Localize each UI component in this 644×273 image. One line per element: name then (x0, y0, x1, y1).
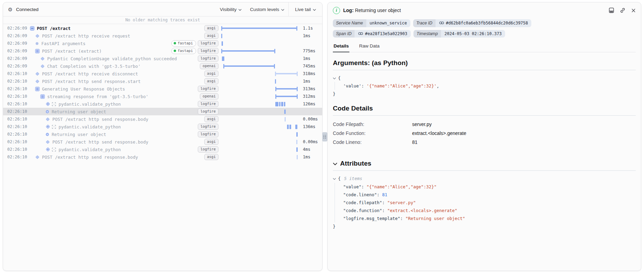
row-main: POST /extract http send response.body (29, 117, 202, 122)
row-label: pydantic.validate_python (59, 147, 121, 152)
attributes-header[interactable]: Attributes (333, 160, 636, 167)
trace-row[interactable]: 02:26:10POST /extract http send response… (3, 138, 322, 146)
entry-key: "logfire.msg_template": (343, 216, 403, 221)
bar-end-cap (297, 94, 298, 99)
row-duration-bar (221, 93, 300, 100)
lines-square-icon (40, 94, 45, 99)
arguments-title: Arguments: (as Python) (333, 59, 636, 67)
trace-row[interactable]: 02:26:10Generating User Response Objects… (3, 85, 322, 93)
bar-tick (221, 34, 222, 38)
trace-row[interactable]: 02:26:10POST /extract http send response… (3, 77, 322, 85)
collapse-icon[interactable] (333, 175, 336, 182)
row-main: Chat Completion with 'gpt-3.5-turbo' (29, 64, 198, 69)
bar-tick (296, 147, 298, 152)
gear-icon[interactable]: ⚙ (8, 7, 12, 12)
tab-details[interactable]: Details (333, 43, 349, 52)
bar-tick (275, 79, 276, 84)
trace-panel: ⚙ Connected Visibility Custom levels Liv… (3, 2, 323, 271)
trace-row[interactable]: 02:26:09Pydantic CompletionUsage validat… (3, 55, 322, 62)
row-label: Returning user object (52, 109, 106, 114)
badge-asgi: asgi (204, 139, 218, 145)
bar-line (222, 28, 297, 29)
trace-row[interactable]: 02:26:10pydantic.validate_pythonlogfire4… (3, 146, 322, 153)
bar-segment (275, 102, 278, 106)
visibility-dropdown[interactable]: Visibility (216, 2, 246, 16)
bar-end-cap (297, 72, 298, 76)
trace-row[interactable]: 02:26:10Returning user objectlogfire (3, 130, 322, 138)
row-badges: logfire (198, 101, 218, 107)
entry-suffix: , (437, 83, 439, 88)
row-timestamp: 02:26:09 (7, 64, 29, 69)
row-label: pydantic.validate_python (59, 124, 121, 129)
row-timestamp: 02:26:10 (7, 117, 29, 122)
dock-panel-icon[interactable] (609, 8, 614, 13)
trace-id-value: #d62b8fc0a6eb3fb56844dc20d6c39758 (446, 21, 528, 25)
trace-row[interactable]: 02:26:10pydantic.validate_pythonlogfire1… (3, 123, 322, 130)
entry-value: 81 (382, 192, 387, 197)
row-label: Chat Completion with 'gpt-3.5-turbo' (47, 64, 141, 69)
trace-row[interactable]: 02:26:09POST /extractasgi1.1s (3, 24, 322, 32)
attributes-title: Attributes (340, 160, 371, 167)
panel-resizer[interactable] (322, 132, 327, 141)
row-timestamp: 02:26:10 (7, 147, 29, 152)
code-close-line: } (333, 222, 636, 230)
badge-logfire: logfire (198, 108, 218, 115)
row-badges: asgi (204, 139, 218, 145)
trace-row[interactable]: 02:26:10POST /extract http send response… (3, 115, 322, 123)
row-label: FastAPI arguments (41, 41, 85, 46)
bar-line (276, 73, 297, 74)
trace-row[interactable]: 02:26:10Returning user objectlogfire (3, 108, 322, 115)
row-duration-bar (221, 115, 300, 123)
green-dot-icon (174, 50, 176, 52)
trace-row[interactable]: 02:26:09POST /extract http receive reque… (3, 32, 322, 40)
tab-raw-data[interactable]: Raw Data (358, 43, 380, 52)
trace-id-badge: Trace ID #d62b8fc0a6eb3fb56844dc20d6c397… (413, 19, 531, 27)
row-label: POST /extract http send response.body (42, 155, 138, 160)
code-close-line: } (333, 90, 636, 98)
entry-key: 'value': (343, 83, 364, 88)
attributes-code-block: {5 items"value": "{"name":"Alice","age":… (333, 175, 636, 230)
chevron-down-icon (313, 7, 316, 12)
trace-row[interactable]: 02:26:10streaming response from 'gpt-3.5… (3, 93, 322, 100)
code-entry: "code.filepath": "server.py" (343, 199, 636, 207)
row-duration-label: 0.00ms (300, 117, 322, 122)
row-badges: asgi (204, 33, 218, 39)
row-timestamp: 02:26:10 (7, 102, 29, 106)
badge-logfire: logfire (198, 55, 218, 62)
custom-levels-dropdown[interactable]: Custom levels (246, 2, 288, 16)
validate-icon (45, 102, 56, 106)
code-entry: "code.function": "extract.<locals>.gener… (343, 207, 636, 214)
trace-row[interactable]: 02:26:10pydantic.validate_pythonlogfire1… (3, 100, 322, 108)
row-duration-bar (221, 123, 300, 130)
trace-row[interactable]: 02:26:09Chat Completion with 'gpt-3.5-tu… (3, 62, 322, 70)
trace-row[interactable]: 02:26:10POST /extract http receive disco… (3, 70, 322, 77)
row-duration-bar (221, 62, 300, 70)
badge-logfire: logfire (198, 146, 218, 153)
row-timestamp: 02:26:10 (7, 71, 29, 76)
row-badges: logfire (198, 131, 218, 137)
copy-link-icon[interactable] (620, 8, 625, 13)
row-main: POST /extract http send response.body (29, 155, 202, 160)
trace-row[interactable]: 02:26:09POST /extract (extract)fastapilo… (3, 47, 322, 55)
trace-row[interactable]: 02:26:10POST /extract http send response… (3, 153, 322, 161)
row-label: Returning user object (52, 132, 106, 137)
live-tail-dropdown[interactable]: Live tail (289, 2, 322, 16)
row-duration-bar (221, 138, 300, 146)
code-entry: "code.lineno": 81 (343, 191, 636, 199)
collapse-icon[interactable] (333, 74, 336, 82)
service-name-badge: Service Name unknown_service (333, 19, 410, 27)
meta-badges: Service Name unknown_service Trace ID #d… (333, 19, 595, 38)
entry-value: '{"name":"Alice","age":32}' (367, 83, 437, 88)
close-icon[interactable] (631, 8, 636, 13)
bar-segment (281, 102, 283, 106)
diamond-icon (40, 56, 45, 61)
bar-end-cap (274, 49, 275, 53)
row-label: POST /extract http send response.start (42, 79, 141, 84)
grip-dots-icon (324, 135, 326, 139)
row-label: pydantic.validate_python (59, 102, 121, 107)
row-label: POST /extract (extract) (42, 49, 102, 54)
row-duration-bar (221, 153, 300, 161)
code-filepath-label: Code Filepath: (333, 120, 412, 129)
trace-row[interactable]: 02:26:09FastAPI argumentsfastapilogfire (3, 40, 322, 47)
detail-title: Log: Returning user object (343, 8, 401, 13)
